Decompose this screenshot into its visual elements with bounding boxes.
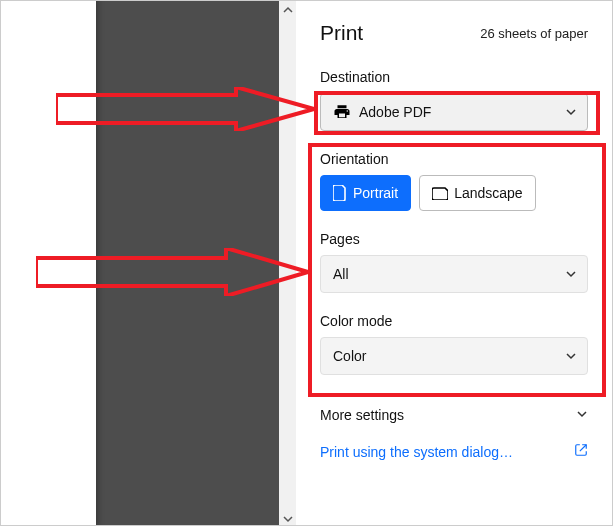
pages-label: Pages <box>320 231 588 247</box>
orientation-landscape-button[interactable]: Landscape <box>419 175 536 211</box>
color-mode-value: Color <box>333 348 366 364</box>
orientation-portrait-label: Portrait <box>353 185 398 201</box>
pages-select[interactable]: All <box>320 255 588 293</box>
open-external-icon <box>574 443 588 460</box>
page-title: Print <box>320 21 363 45</box>
chevron-down-icon <box>565 350 577 362</box>
printer-icon <box>333 103 351 121</box>
color-mode-select[interactable]: Color <box>320 337 588 375</box>
color-mode-label: Color mode <box>320 313 588 329</box>
pages-value: All <box>333 266 349 282</box>
orientation-portrait-button[interactable]: Portrait <box>320 175 411 211</box>
system-dialog-link[interactable]: Print using the system dialog… <box>320 435 588 468</box>
panel-header: Print 26 sheets of paper <box>320 21 588 45</box>
landscape-icon <box>432 186 448 200</box>
more-settings-button[interactable]: More settings <box>320 395 588 435</box>
chevron-down-icon <box>565 268 577 280</box>
destination-value: Adobe PDF <box>359 104 431 120</box>
orientation-label: Orientation <box>320 151 588 167</box>
destination-select[interactable]: Adobe PDF <box>320 93 588 131</box>
destination-label: Destination <box>320 69 588 85</box>
orientation-landscape-label: Landscape <box>454 185 523 201</box>
preview-page: al media nmark. It ious ns, Social media… <box>0 0 96 526</box>
scroll-up-icon[interactable] <box>279 1 296 18</box>
more-settings-label: More settings <box>320 407 404 423</box>
preview-scrollbar[interactable] <box>279 1 296 526</box>
chevron-down-icon <box>565 106 577 118</box>
preview-text-fragment-2: s <box>0 282 11 299</box>
print-preview-area: al media nmark. It ious ns, Social media… <box>1 1 296 526</box>
sheet-count: 26 sheets of paper <box>480 26 588 41</box>
preview-page-text: al media nmark. It ious ns, Social media… <box>0 15 11 299</box>
print-dialog-viewport: al media nmark. It ious ns, Social media… <box>0 0 613 526</box>
scroll-down-icon[interactable] <box>279 510 296 526</box>
print-settings-panel: Print 26 sheets of paper Destination Ado… <box>296 1 612 526</box>
chevron-down-icon <box>576 407 588 423</box>
portrait-icon <box>333 185 347 201</box>
system-dialog-label: Print using the system dialog… <box>320 444 513 460</box>
